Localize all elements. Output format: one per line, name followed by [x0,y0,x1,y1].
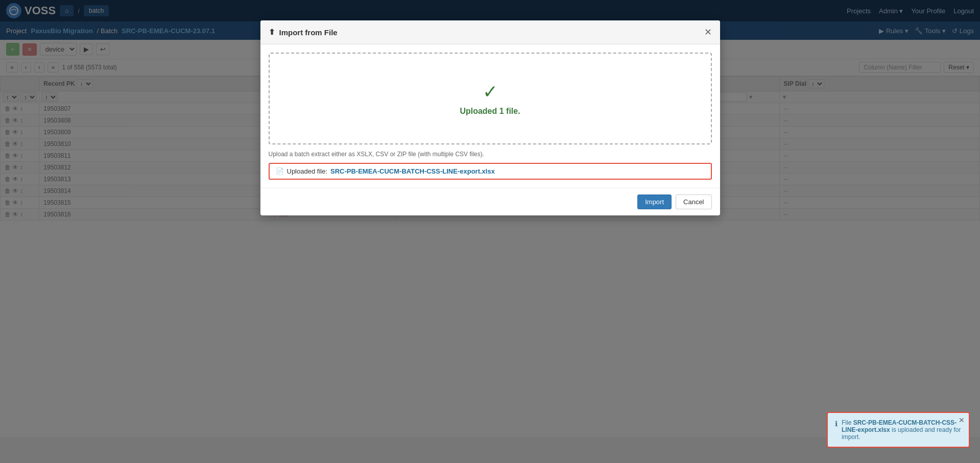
toast-notification: ℹ File SRC-PB-EMEA-CUCM-BATCH-CSS-LINE-e… [827,412,970,437]
upload-hint: Upload a batch extract either as XSLX, C… [269,151,712,158]
uploaded-file-link[interactable]: SRC-PB-EMEA-CUCM-BATCH-CSS-LINE-export.x… [330,167,495,175]
modal-overlay: ⬆ Import from File ✕ ✓ Uploaded 1 file. … [0,0,980,437]
modal-title: ⬆ Import from File [269,28,338,37]
dropzone[interactable]: ✓ Uploaded 1 file. [269,53,712,144]
cancel-button[interactable]: Cancel [676,194,711,209]
toast-prefix: File [842,419,853,426]
upload-icon: ⬆ [269,28,275,37]
modal-header: ⬆ Import from File ✕ [260,20,720,44]
modal-body: ✓ Uploaded 1 file. Upload a batch extrac… [260,44,720,188]
toast-close-button[interactable]: ✕ [959,416,965,424]
modal-close-button[interactable]: ✕ [704,27,712,38]
import-button[interactable]: Import [637,194,672,209]
uploaded-file-bar: 📄 Uploaded file: SRC-PB-EMEA-CUCM-BATCH-… [269,163,712,180]
file-doc-icon: 📄 [276,167,284,175]
modal-footer: Import Cancel [260,188,720,215]
import-modal: ⬆ Import from File ✕ ✓ Uploaded 1 file. … [260,20,720,215]
success-check-icon: ✓ [483,81,498,103]
upload-success-message: Uploaded 1 file. [460,107,520,116]
toast-info-icon: ℹ [835,420,838,437]
uploaded-file-label: Uploaded file: [287,167,328,175]
toast-message: File SRC-PB-EMEA-CUCM-BATCH-CSS-LINE-exp… [842,419,962,437]
